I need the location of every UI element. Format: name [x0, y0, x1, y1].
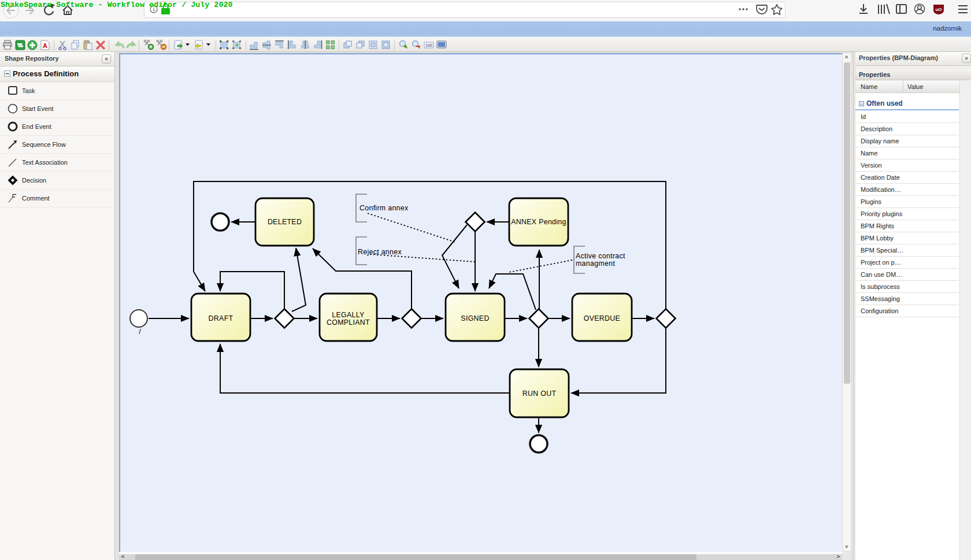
- svg-text:Confirm annex: Confirm annex: [360, 204, 409, 212]
- svg-text:uO: uO: [935, 7, 942, 12]
- svg-text:OVERDUE: OVERDUE: [584, 314, 620, 322]
- svg-text:Reject annex: Reject annex: [358, 248, 402, 256]
- svg-text:RUN OUT: RUN OUT: [522, 390, 557, 398]
- svg-text:DRAFT: DRAFT: [209, 314, 234, 322]
- svg-text:COMPLIANT: COMPLIANT: [327, 318, 370, 327]
- svg-text:ANNEX Pending: ANNEX Pending: [511, 218, 566, 226]
- svg-text:Active contract: Active contract: [576, 252, 625, 260]
- svg-text:SIGNED: SIGNED: [461, 314, 489, 322]
- svg-text:100: 100: [425, 43, 432, 47]
- svg-text:DELETED: DELETED: [268, 218, 302, 226]
- svg-text:managment: managment: [576, 259, 615, 268]
- svg-text:/: /: [139, 328, 141, 336]
- svg-text:A: A: [43, 42, 47, 49]
- svg-text:LEGALLY: LEGALLY: [332, 311, 364, 319]
